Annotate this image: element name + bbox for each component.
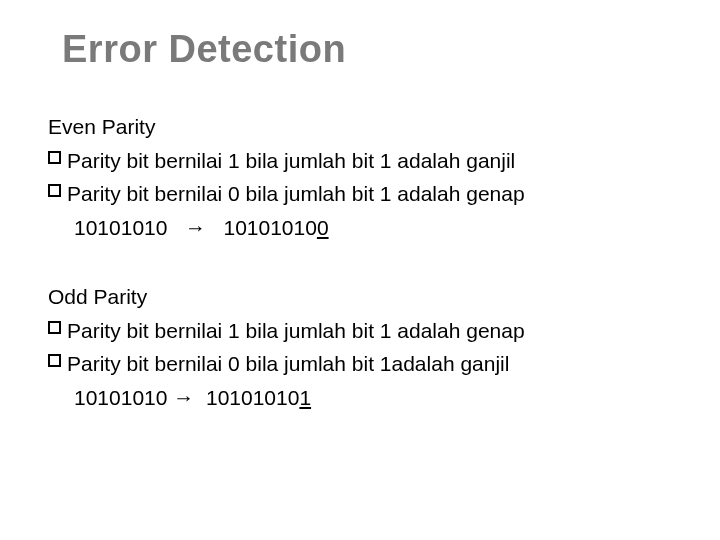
checkbox-icon bbox=[48, 354, 61, 367]
spacer bbox=[48, 265, 680, 281]
even-bullet-2-text: Parity bit bernilai 0 bila jumlah bit 1 … bbox=[67, 178, 680, 210]
odd-bullet-1: Parity bit bernilai 1 bila jumlah bit 1 … bbox=[48, 315, 680, 347]
even-example: 10101010 → 101010100 bbox=[74, 212, 680, 244]
checkbox-icon bbox=[48, 321, 61, 334]
odd-example: 10101010 → 101010101 bbox=[74, 382, 680, 414]
slide-body: Even Parity Parity bit bernilai 1 bila j… bbox=[48, 111, 680, 413]
even-bullet-1-text: Parity bit bernilai 1 bila jumlah bit 1 … bbox=[67, 145, 680, 177]
odd-bullet-1-text: Parity bit bernilai 1 bila jumlah bit 1 … bbox=[67, 315, 680, 347]
slide-title: Error Detection bbox=[62, 28, 680, 71]
odd-example-before: 10101010 bbox=[74, 386, 173, 409]
checkbox-icon bbox=[48, 151, 61, 164]
odd-bullet-2-text: Parity bit bernilai 0 bila jumlah bit 1a… bbox=[67, 348, 680, 380]
odd-example-after-prefix: 10101010 bbox=[194, 386, 299, 409]
even-parity-label: Even Parity bbox=[48, 111, 680, 143]
checkbox-icon bbox=[48, 184, 61, 197]
even-example-before: 10101010 bbox=[74, 216, 167, 239]
slide: Error Detection Even Parity Parity bit b… bbox=[0, 0, 720, 540]
odd-parity-label: Odd Parity bbox=[48, 281, 680, 313]
spacer bbox=[167, 216, 185, 239]
even-bullet-1: Parity bit bernilai 1 bila jumlah bit 1 … bbox=[48, 145, 680, 177]
odd-example-parity-bit: 1 bbox=[299, 386, 311, 409]
even-bullet-2: Parity bit bernilai 0 bila jumlah bit 1 … bbox=[48, 178, 680, 210]
even-example-parity-bit: 0 bbox=[317, 216, 329, 239]
arrow-right-icon: → bbox=[185, 216, 206, 239]
odd-bullet-2: Parity bit bernilai 0 bila jumlah bit 1a… bbox=[48, 348, 680, 380]
even-example-after-prefix: 10101010 bbox=[206, 216, 317, 239]
arrow-right-icon: → bbox=[173, 386, 194, 409]
